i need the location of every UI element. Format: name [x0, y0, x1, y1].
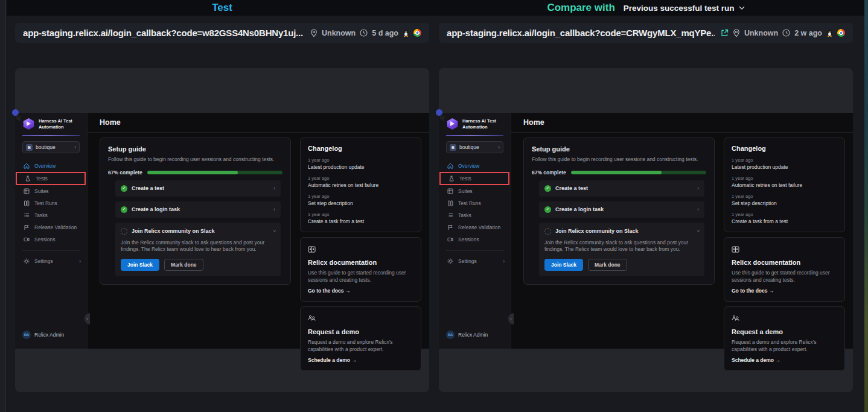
task-create-a-test[interactable]: ✓ Create a test › [539, 180, 704, 197]
demo-title: Request a demo [308, 328, 413, 335]
linux-penguin-icon [403, 29, 409, 37]
people-icon [732, 314, 837, 325]
compare-url-bar: app-staging.relicx.ai/login_callback?cod… [439, 23, 853, 43]
external-link-icon[interactable] [721, 29, 729, 37]
schedule-demo-link[interactable]: Schedule a demo → [308, 357, 413, 363]
chevron-right-icon: › [79, 259, 81, 264]
sidebar-divider [446, 135, 503, 136]
sidebar-item-suites[interactable]: Suites [15, 185, 87, 197]
sidebar-item-tasks[interactable]: Tasks [15, 209, 87, 221]
setup-guide-title: Setup guide [532, 145, 706, 153]
list-icon [24, 212, 30, 218]
task-join-slack-description: Join the Relicx community slack to ask q… [544, 239, 699, 253]
schedule-demo-link[interactable]: Schedule a demo → [732, 357, 837, 363]
brand: Harness AI TestAutomation [439, 113, 511, 130]
screenshot-frame: Harness AI TestAutomation B boutique › O… [439, 68, 853, 392]
sidebar-item-sessions[interactable]: Sessions [439, 233, 511, 246]
sidebar-item-test-runs[interactable]: Test Runs [15, 197, 87, 209]
task-create-a-login-task[interactable]: ✓ Create a login task › [115, 201, 281, 218]
app-sidebar: Harness AI TestAutomation B boutique › O… [439, 113, 511, 349]
setup-guide-description: Follow this guide to begin recording use… [532, 156, 706, 163]
screenshot-frame: Harness AI TestAutomation B boutique › O… [15, 68, 429, 392]
demo-card: Request a demo Request a demo and explor… [724, 306, 845, 371]
task-create-a-login-task[interactable]: ✓ Create a login task › [539, 201, 704, 218]
flask-icon [25, 176, 31, 182]
sidebar-item-test-runs[interactable]: Test Runs [439, 197, 511, 209]
chevron-right-icon: › [273, 186, 275, 191]
join-slack-button[interactable]: Join Slack [121, 259, 159, 271]
video-icon [24, 236, 30, 242]
task-join-slack-header[interactable]: Join Relicx community on Slack › [544, 228, 699, 235]
documentation-card: Relicx documentation Use this guide to g… [300, 237, 421, 302]
brand-name: Harness AI TestAutomation [39, 118, 72, 130]
gear-icon [447, 258, 453, 264]
sidebar-item-sessions[interactable]: Sessions [15, 233, 87, 246]
app-main: Home Setup guide Follow this guide to be… [88, 113, 429, 349]
sidebar-item-tests[interactable]: Tests [16, 173, 85, 185]
sidebar-item-settings[interactable]: Settings › [15, 255, 87, 267]
video-icon [447, 236, 453, 242]
sidebar-item-overview[interactable]: Overview [439, 160, 511, 172]
app-sidebar: Harness AI TestAutomation B boutique › O… [15, 113, 88, 349]
task-join-slack: Join Relicx community on Slack › Join th… [539, 223, 704, 276]
mark-done-button[interactable]: Mark done [588, 259, 627, 271]
location-pin-icon [733, 29, 740, 37]
chrome-icon [413, 29, 421, 37]
right-column: Changelog 1 year ago Latest production u… [300, 138, 421, 376]
page-title: Home [523, 118, 544, 127]
task-join-slack-header[interactable]: Join Relicx community on Slack › [121, 228, 275, 235]
cursor-icon [16, 114, 22, 121]
time-ago-label: 2 w ago [794, 29, 822, 37]
sidebar-item-tests[interactable]: Tests [440, 173, 509, 185]
user-row[interactable]: RA Relicx Admin [22, 331, 64, 339]
changelog-entry: 1 year ago Set step description [308, 194, 413, 206]
test-url-bar: app-staging.relicx.ai/login_callback?cod… [15, 23, 429, 43]
documentation-title: Relicx documentation [308, 259, 413, 266]
user-row[interactable]: RA Relicx Admin [446, 331, 488, 339]
check-icon: ✓ [544, 206, 551, 213]
release-icon [447, 224, 453, 230]
documentation-description: Use this guide to get started recording … [732, 270, 837, 284]
chevron-right-icon: › [697, 207, 699, 212]
book-icon [308, 244, 413, 255]
sidebar-item-settings[interactable]: Settings › [439, 255, 511, 267]
chevron-right-icon: › [273, 207, 275, 212]
task-create-a-test[interactable]: ✓ Create a test › [115, 180, 281, 197]
sidebar-item-tasks[interactable]: Tasks [439, 209, 511, 221]
right-column: Changelog 1 year ago Latest production u… [724, 138, 845, 376]
sidebar-item-overview[interactable]: Overview [15, 160, 87, 172]
join-slack-button[interactable]: Join Slack [544, 259, 583, 271]
changelog-entry: 1 year ago Create a task from a test [732, 212, 837, 224]
flask-icon [448, 176, 455, 182]
progress-row: 67% complete [108, 170, 282, 176]
sidebar-divider [22, 250, 80, 251]
setup-guide-card: Setup guide Follow this guide to begin r… [523, 138, 715, 285]
changelog-card: Changelog 1 year ago Latest production u… [300, 138, 421, 232]
user-name: Relicx Admin [34, 332, 64, 338]
project-badge: B [450, 144, 456, 151]
sidebar-item-release-validation[interactable]: Release Validation [15, 221, 87, 233]
page-title: Home [100, 118, 121, 127]
project-selector[interactable]: B boutique › [22, 141, 80, 153]
chevron-right-icon: › [74, 145, 76, 150]
project-selector[interactable]: B boutique › [446, 141, 503, 153]
harness-logo-icon [447, 118, 458, 130]
demo-card: Request a demo Request a demo and explor… [300, 306, 421, 371]
columns-icon [447, 200, 453, 206]
app-screenshot: Harness AI TestAutomation B boutique › O… [439, 113, 853, 349]
people-icon [308, 314, 413, 325]
sidebar-item-release-validation[interactable]: Release Validation [439, 221, 511, 233]
go-to-docs-link[interactable]: Go to the docs → [732, 288, 837, 294]
check-icon: ✓ [121, 206, 127, 213]
sidebar-item-suites[interactable]: Suites [439, 185, 511, 197]
check-icon: ✓ [121, 185, 127, 192]
task-join-slack-description: Join the Relicx community slack to ask q… [121, 239, 275, 253]
sidebar-nav: Overview Tests Suites Test Runs Tasks [439, 160, 511, 246]
changelog-title: Changelog [732, 145, 837, 152]
changelog-entry: 1 year ago Create a task from a test [308, 212, 413, 224]
left-edge-panel [0, 0, 6, 412]
compare-run-dropdown[interactable]: Previous successful test run [624, 4, 745, 13]
go-to-docs-link[interactable]: Go to the docs → [308, 288, 413, 294]
mark-done-button[interactable]: Mark done [164, 259, 203, 271]
chevron-down-icon: › [695, 230, 701, 232]
